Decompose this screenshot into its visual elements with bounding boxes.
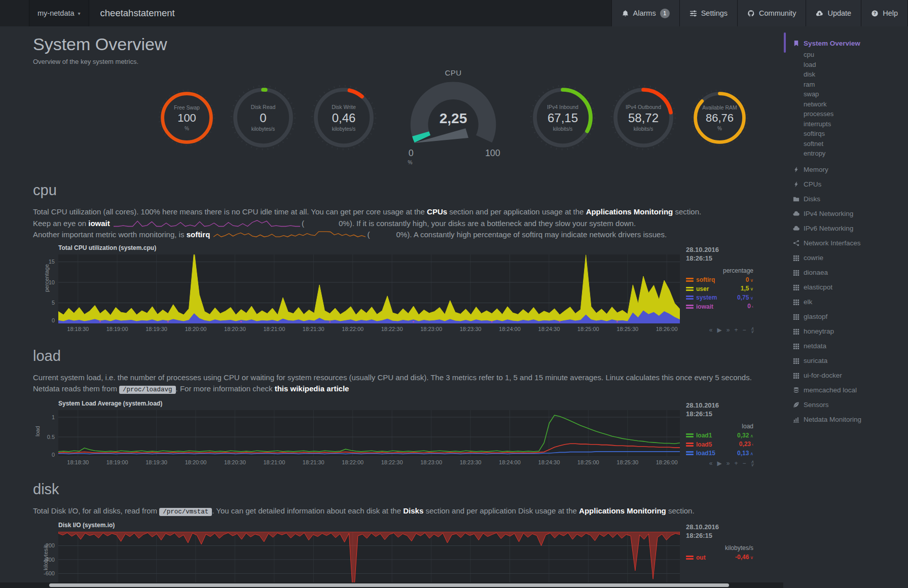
toolbar-zoom-in-icon[interactable]: + <box>734 326 738 334</box>
proc-loadavg-code: /proc/loadavg <box>119 386 176 394</box>
proc-vmstat-code: /proc/vmstat <box>159 508 212 516</box>
sidebar-item-glastopf[interactable]: glastopf <box>792 313 908 320</box>
legend-row-load15[interactable]: load150,13∧ <box>686 449 753 458</box>
settings-button[interactable]: Settings <box>679 0 737 26</box>
chart-toolbar[interactable]: «▶»+−∧∨ <box>709 326 754 334</box>
sidebar-subitem-load[interactable]: load <box>804 60 908 70</box>
disk-chart-plot[interactable] <box>58 532 680 588</box>
legend-value: 0∨ <box>746 276 753 285</box>
applications-monitoring-link[interactable]: Applications Monitoring <box>579 506 666 515</box>
sidebar-item-cowrie[interactable]: cowrie <box>792 254 908 262</box>
x-tick-label: 18:21:30 <box>303 326 324 332</box>
sidebar-item-disks[interactable]: Disks <box>792 195 908 203</box>
applications-monitoring-link[interactable]: Applications Monitoring <box>586 207 673 216</box>
legend-row-user[interactable]: user1,5∨ <box>686 284 753 293</box>
sidebar-item-elk[interactable]: elk <box>792 298 908 306</box>
sidebar-subitem-network[interactable]: network <box>804 99 908 109</box>
gauge-free-swap[interactable]: Free Swap 100 % <box>158 89 216 147</box>
sidebar-item-ipv6-networking[interactable]: IPv6 Networking <box>792 225 908 232</box>
alarms-button[interactable]: Alarms 1 <box>611 0 679 26</box>
sidebar-item-memory[interactable]: Memory <box>792 166 908 173</box>
sidebar-subitem-processes[interactable]: processes <box>804 109 908 119</box>
gauge-disk-write[interactable]: Disk Write 0,46 kilobytes/s <box>310 84 377 151</box>
cpu-gauge[interactable]: CPU 2,25 0 100 % <box>393 68 514 167</box>
sidebar-item-ui-for-docker[interactable]: ui-for-docker <box>792 372 908 379</box>
toolbar-backward-icon[interactable]: « <box>709 460 713 467</box>
x-tick-label: 18:19:00 <box>106 459 128 465</box>
legend-name: softirq <box>696 276 715 284</box>
disk-description-1: Total Disk I/O, for all disks, read from… <box>33 505 760 518</box>
legend-row-softirq[interactable]: softirq0∨ <box>686 276 753 285</box>
toolbar-zoom-out-icon[interactable]: − <box>742 326 746 334</box>
legend-name: system <box>696 293 717 302</box>
x-tick-label: 18:21:00 <box>263 326 285 332</box>
sidebar-subitem-cpu[interactable]: cpu <box>804 50 908 60</box>
sidebar-item-sensors[interactable]: Sensors <box>792 401 908 409</box>
chart-toolbar[interactable]: «▶»+−∧∨ <box>709 460 754 467</box>
sidebar-item-netdata[interactable]: netdata <box>792 342 908 350</box>
sidebar-item-cpus[interactable]: CPUs <box>792 180 908 188</box>
cpu-chart-plot[interactable] <box>58 254 680 323</box>
sidebar-item-elasticpot[interactable]: elasticpot <box>792 283 908 291</box>
sidebar-subitem-softnet[interactable]: softnet <box>804 139 908 149</box>
sidebar-subitem-interrupts[interactable]: interrupts <box>804 119 908 129</box>
grid-icon <box>792 269 800 276</box>
gauge-disk-read[interactable]: Disk Read 0 kilobytes/s <box>230 84 297 151</box>
legend-row-load1[interactable]: load10,32∧ <box>686 431 753 440</box>
x-axis-labels: 18:18:3018:19:0018:19:3018:20:0018:20:30… <box>58 457 680 469</box>
toolbar-forward-icon[interactable]: » <box>727 460 730 467</box>
sidebar-item-suricata[interactable]: suricata <box>792 357 908 364</box>
update-button[interactable]: Update <box>806 0 861 26</box>
legend-swatch <box>686 556 694 560</box>
sidebar-subitem-entropy[interactable]: entropy <box>804 149 908 159</box>
disk-chart-legend: 28.10.201618:26:15kilobytes/sout-0,46∨«▶… <box>680 522 756 588</box>
y-axis-labels: 10.50 <box>40 410 58 457</box>
y-axis-unit: percentage <box>32 254 40 323</box>
toolbar-play-icon[interactable]: ▶ <box>717 326 721 334</box>
x-tick-label: 18:20:30 <box>224 459 246 465</box>
sidebar-subitem-ram[interactable]: ram <box>804 80 908 90</box>
section-heading-cpu: cpu <box>33 182 760 199</box>
toolbar-zoom-out-icon[interactable]: − <box>742 460 746 467</box>
community-button[interactable]: Community <box>737 0 806 26</box>
toolbar-backward-icon[interactable]: « <box>709 326 713 334</box>
sidebar-item-dionaea[interactable]: dionaea <box>792 269 908 276</box>
sidebar-item-system-overview[interactable]: System Overview <box>792 40 908 47</box>
legend-name: load1 <box>696 431 712 440</box>
sidebar-subitem-swap[interactable]: swap <box>804 89 908 99</box>
sidebar-item-memcached-local[interactable]: memcached local <box>792 386 908 394</box>
toolbar-resize-icon[interactable]: ∧∨ <box>750 327 754 333</box>
toolbar-play-icon[interactable]: ▶ <box>717 460 721 467</box>
wikipedia-link[interactable]: this wikipedia article <box>275 384 349 393</box>
legend-row-out[interactable]: out-0,46∨ <box>686 553 753 562</box>
legend-row-iowait[interactable]: iowait0‹ <box>686 302 753 311</box>
gauge-available-ram[interactable]: Available RAM 86,76 % <box>691 89 749 147</box>
sidebar-subitem-disk[interactable]: disk <box>804 69 908 80</box>
gauge-ipv4-outbound[interactable]: IPv4 Outbound 58,72 kilobits/s <box>610 84 677 151</box>
sidebar-item-honeytrap[interactable]: honeytrap <box>792 327 908 335</box>
help-button[interactable]: ? Help <box>861 0 908 26</box>
sidebar-subitem-softirqs[interactable]: softirqs <box>804 129 908 139</box>
legend-row-load5[interactable]: load50,23‹ <box>686 440 753 449</box>
gauge-ipv4-inbound[interactable]: IPv4 Inbound 67,15 kilobits/s <box>529 84 596 151</box>
legend-value: 0‹ <box>747 302 753 311</box>
x-tick-label: 18:22:30 <box>381 326 403 332</box>
sidebar-item-network-interfaces[interactable]: Network Interfaces <box>792 239 908 247</box>
y-tick-label: 0 <box>52 452 55 458</box>
chart-date: 28.10.2016 <box>686 523 753 531</box>
sidebar-item-ipv4-networking[interactable]: IPv4 Networking <box>792 210 908 217</box>
toolbar-zoom-in-icon[interactable]: + <box>734 460 738 467</box>
load-chart-plot[interactable] <box>58 410 680 457</box>
cpus-link[interactable]: CPUs <box>427 207 447 216</box>
server-menu[interactable]: my-netdata ▾ <box>29 0 89 26</box>
legend-row-system[interactable]: system0,75∨ <box>686 293 753 303</box>
sidebar-scroll-indicator[interactable] <box>784 32 786 53</box>
toolbar-resize-icon[interactable]: ∧∨ <box>750 460 754 466</box>
x-tick-label: 18:19:30 <box>146 326 167 332</box>
x-tick-label: 18:18:30 <box>67 326 89 332</box>
sidebar-item-netdata-monitoring[interactable]: Netdata Monitoring <box>792 416 908 423</box>
gauge-units: kilobytes/s <box>251 126 275 132</box>
disks-link[interactable]: Disks <box>403 506 423 515</box>
horizontal-scrollbar-thumb[interactable] <box>49 583 729 587</box>
toolbar-forward-icon[interactable]: » <box>727 326 730 334</box>
